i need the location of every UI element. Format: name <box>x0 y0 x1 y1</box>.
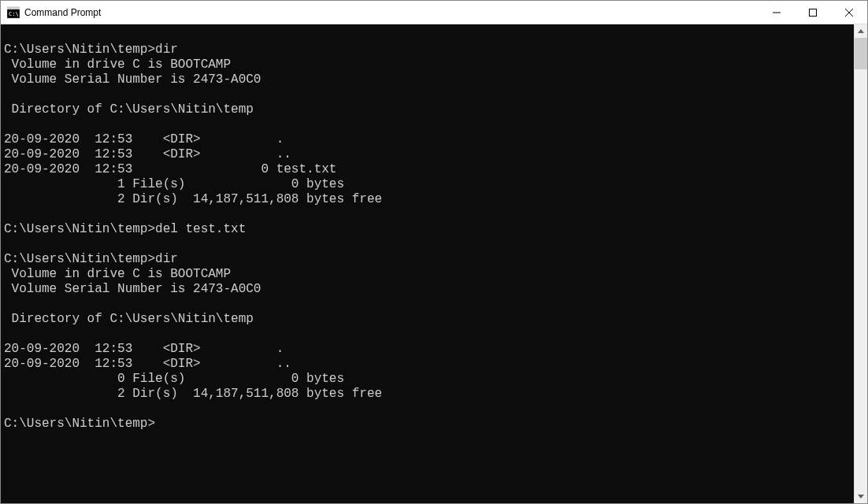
terminal-line: C:\Users\Nitin\temp> <box>4 417 849 432</box>
app-icon: C:\ <box>7 6 20 19</box>
svg-marker-7 <box>858 29 864 33</box>
maximize-button[interactable] <box>795 1 831 24</box>
terminal-line: Directory of C:\Users\Nitin\temp <box>4 102 849 117</box>
terminal-line: Volume in drive C is BOOTCAMP <box>4 267 849 282</box>
terminal-line <box>4 402 849 417</box>
terminal-line: C:\Users\Nitin\temp>dir <box>4 43 849 57</box>
terminal-line: C:\Users\Nitin\temp>dir <box>4 252 849 267</box>
terminal-line <box>4 237 849 252</box>
close-button[interactable] <box>831 1 867 24</box>
terminal-line <box>4 297 849 312</box>
svg-rect-1 <box>7 7 20 9</box>
terminal-line: 20-09-2020 12:53 <DIR> . <box>4 132 849 147</box>
terminal-line <box>4 207 849 222</box>
terminal-line: Volume in drive C is BOOTCAMP <box>4 57 849 72</box>
scroll-thumb[interactable] <box>855 38 867 69</box>
scroll-up-arrow[interactable] <box>855 24 867 38</box>
titlebar[interactable]: C:\ Command Prompt <box>1 1 867 24</box>
terminal-line: 20-09-2020 12:53 <DIR> .. <box>4 147 849 162</box>
terminal-line <box>4 28 849 43</box>
terminal-line: Directory of C:\Users\Nitin\temp <box>4 312 849 327</box>
terminal-line <box>4 117 849 132</box>
scroll-track[interactable] <box>855 38 867 490</box>
terminal-line: 1 File(s) 0 bytes <box>4 177 849 192</box>
svg-marker-8 <box>858 495 864 498</box>
terminal-line: C:\Users\Nitin\temp>del test.txt <box>4 222 849 237</box>
terminal-line: 0 File(s) 0 bytes <box>4 372 849 387</box>
terminal-line <box>4 87 849 102</box>
terminal-line: 20-09-2020 12:53 <DIR> . <box>4 342 849 357</box>
svg-rect-4 <box>810 9 817 16</box>
terminal-output[interactable]: C:\Users\Nitin\temp>dir Volume in drive … <box>1 24 854 503</box>
scrollbar <box>854 24 867 503</box>
terminal-line: Volume Serial Number is 2473-A0C0 <box>4 282 849 297</box>
window-controls <box>759 1 867 24</box>
terminal-line <box>4 327 849 342</box>
scroll-down-arrow[interactable] <box>855 490 867 503</box>
command-prompt-window: C:\ Command Prompt C:\Users\Nitin\temp>d… <box>0 0 868 504</box>
window-title: Command Prompt <box>24 7 759 18</box>
terminal-line: 20-09-2020 12:53 0 test.txt <box>4 162 849 177</box>
terminal-line: 2 Dir(s) 14,187,511,808 bytes free <box>4 192 849 207</box>
terminal-line: 2 Dir(s) 14,187,511,808 bytes free <box>4 387 849 402</box>
svg-text:C:\: C:\ <box>9 11 19 17</box>
terminal-line: 20-09-2020 12:53 <DIR> .. <box>4 357 849 372</box>
terminal-wrapper: C:\Users\Nitin\temp>dir Volume in drive … <box>1 24 867 503</box>
minimize-button[interactable] <box>759 1 795 24</box>
terminal-line: Volume Serial Number is 2473-A0C0 <box>4 72 849 87</box>
